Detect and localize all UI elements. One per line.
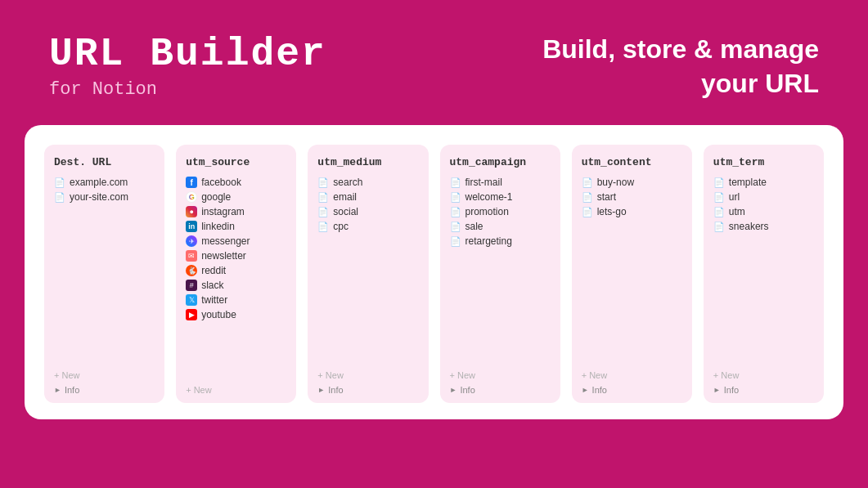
list-item[interactable]: 📄sale	[450, 221, 551, 232]
new-button-dest-url[interactable]: + New	[54, 370, 155, 380]
info-row-utm-content[interactable]: ►Info	[582, 380, 682, 395]
list-item[interactable]: ✉newsletter	[186, 250, 286, 262]
column-items-utm-campaign: 📄first-mail📄welcome-1📄promotion📄sale📄ret…	[450, 177, 551, 365]
item-label: email	[333, 191, 357, 203]
info-row-utm-campaign[interactable]: ►Info	[450, 380, 551, 395]
list-item[interactable]: 📄welcome-1	[450, 191, 551, 203]
info-row-dest-url[interactable]: ►Info	[54, 380, 155, 395]
doc-icon: 📄	[317, 192, 329, 203]
item-label: first-mail	[465, 177, 502, 188]
slack-icon: #	[186, 280, 197, 291]
list-item[interactable]: 📄buy-now	[582, 177, 682, 188]
info-row-utm-term[interactable]: ►Info	[713, 380, 814, 395]
doc-icon: 📄	[54, 177, 65, 188]
info-label: Info	[724, 385, 739, 395]
instagram-icon: ●	[186, 206, 197, 217]
doc-icon: 📄	[450, 207, 461, 217]
list-item[interactable]: ●instagram	[186, 206, 286, 217]
list-item[interactable]: ffacebook	[186, 177, 286, 188]
doc-icon: 📄	[317, 222, 329, 232]
column-header-utm-campaign: utm_campaign	[450, 156, 551, 168]
list-item[interactable]: 📄start	[582, 191, 682, 203]
list-item[interactable]: 📄template	[713, 177, 814, 188]
column-header-utm-medium: utm_medium	[317, 156, 418, 168]
new-button-utm-medium[interactable]: + New	[317, 370, 418, 380]
item-label: utm	[729, 206, 745, 217]
item-label: sale	[465, 221, 483, 232]
tagline: Build, store & manage your URL	[542, 33, 819, 101]
column-utm-campaign: utm_campaign📄first-mail📄welcome-1📄promot…	[440, 145, 560, 403]
info-label: Info	[592, 385, 607, 395]
app-subtitle: for Notion	[49, 79, 326, 100]
list-item[interactable]: 📄lets-go	[582, 206, 682, 217]
column-header-dest-url: Dest. URL	[54, 156, 155, 168]
list-item[interactable]: 🐇reddit	[186, 265, 286, 276]
new-button-utm-term[interactable]: + New	[713, 370, 814, 380]
item-label: welcome-1	[465, 191, 513, 203]
list-item[interactable]: #slack	[186, 280, 286, 291]
column-header-utm-source: utm_source	[186, 156, 286, 168]
item-label: linkedin	[201, 221, 235, 232]
list-item[interactable]: inlinkedin	[186, 221, 286, 232]
list-item[interactable]: 📄sneakers	[713, 221, 814, 232]
list-item[interactable]: 📄first-mail	[450, 177, 551, 188]
doc-icon: 📄	[713, 177, 725, 188]
item-label: search	[333, 177, 362, 188]
doc-icon: 📄	[713, 207, 725, 217]
list-item[interactable]: 📄your-site.com	[54, 191, 155, 203]
youtube-icon: ▶	[186, 309, 197, 320]
info-row-utm-medium[interactable]: ►Info	[317, 380, 418, 395]
column-utm-source: utm_sourceffacebookGgoogle●instagraminli…	[176, 145, 296, 403]
list-item[interactable]: ▶youtube	[186, 309, 286, 320]
info-arrow: ►	[317, 386, 325, 394]
info-label: Info	[460, 385, 474, 395]
doc-icon: 📄	[450, 236, 461, 247]
item-label: google	[201, 191, 231, 203]
item-label: template	[729, 177, 767, 188]
item-label: your-site.com	[70, 191, 128, 203]
list-item[interactable]: Ggoogle	[186, 191, 286, 203]
list-item[interactable]: 𝕏twitter	[186, 294, 286, 306]
list-item[interactable]: 📄cpc	[317, 221, 418, 232]
item-label: facebook	[201, 177, 241, 188]
list-item[interactable]: 📄promotion	[450, 206, 551, 217]
twitter-icon: 𝕏	[186, 294, 197, 306]
newsletter-icon: ✉	[186, 250, 197, 262]
title-block: URL Builder for Notion	[49, 33, 326, 100]
info-arrow: ►	[54, 386, 61, 394]
google-icon: G	[186, 191, 197, 203]
app-title: URL Builder	[49, 33, 326, 76]
new-button-utm-source[interactable]: + New	[186, 385, 286, 395]
list-item[interactable]: 📄social	[317, 206, 418, 217]
column-items-utm-medium: 📄search📄email📄social📄cpc	[317, 177, 418, 365]
item-label: twitter	[201, 294, 227, 306]
messenger-icon: ✈	[186, 235, 197, 247]
list-item[interactable]: ✈messenger	[186, 235, 286, 247]
list-item[interactable]: 📄example.com	[54, 177, 155, 188]
list-item[interactable]: 📄email	[317, 191, 418, 203]
column-header-utm-content: utm_content	[582, 156, 682, 168]
info-arrow: ►	[582, 386, 589, 394]
item-label: lets-go	[597, 206, 627, 217]
doc-icon: 📄	[450, 192, 461, 203]
new-button-utm-campaign[interactable]: + New	[450, 370, 551, 380]
info-arrow: ►	[713, 386, 721, 394]
item-label: retargeting	[465, 235, 512, 247]
list-item[interactable]: 📄url	[713, 191, 814, 203]
item-label: slack	[201, 280, 223, 291]
item-label: url	[729, 191, 740, 203]
item-label: newsletter	[201, 250, 246, 262]
doc-icon: 📄	[54, 192, 65, 203]
doc-icon: 📄	[450, 222, 461, 232]
list-item[interactable]: 📄retargeting	[450, 235, 551, 247]
info-label: Info	[328, 385, 343, 395]
column-header-utm-term: utm_term	[713, 156, 814, 168]
item-label: buy-now	[597, 177, 634, 188]
doc-icon: 📄	[713, 222, 725, 232]
new-button-utm-content[interactable]: + New	[582, 370, 682, 380]
list-item[interactable]: 📄utm	[713, 206, 814, 217]
list-item[interactable]: 📄search	[317, 177, 418, 188]
item-label: example.com	[70, 177, 128, 188]
doc-icon: 📄	[713, 192, 725, 203]
column-items-utm-source: ffacebookGgoogle●instagraminlinkedin✈mes…	[186, 177, 286, 380]
